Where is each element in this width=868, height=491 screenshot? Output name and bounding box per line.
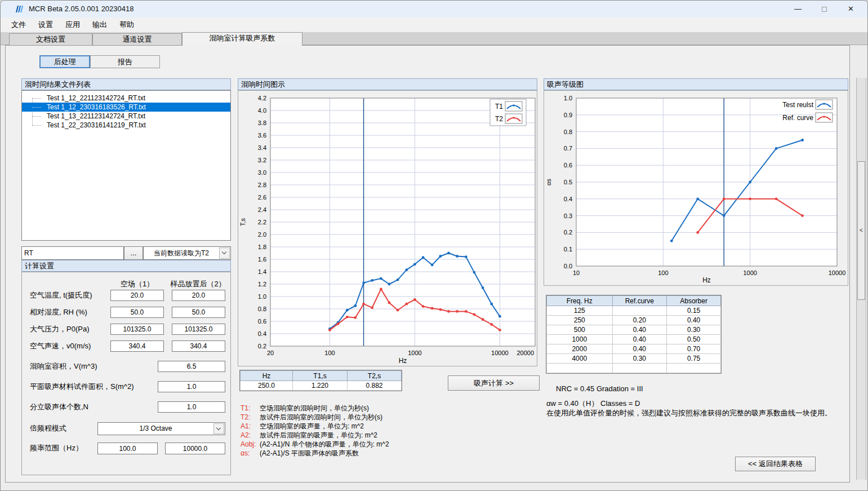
list-item-selected[interactable]: Test 1_12_230316183526_RT.txt xyxy=(22,103,230,112)
grade-table: Freq. Hz Ref.curve Absorber 1250.15 2500… xyxy=(546,295,722,374)
octave-mode-value: 1/3 Octave xyxy=(99,423,212,435)
maximize-icon[interactable] xyxy=(811,1,838,17)
air-temp-field-1[interactable] xyxy=(110,290,164,301)
humidity-label: 相对湿度, RH (%) xyxy=(30,307,87,318)
file-list: Test 1_12_221123142724_RT.txt Test 1_12_… xyxy=(21,90,231,241)
menu-settings[interactable]: 设置 xyxy=(32,17,59,32)
pressure-field-1[interactable] xyxy=(110,324,164,335)
svg-text:4.0: 4.0 xyxy=(258,107,266,114)
list-item[interactable]: Test 1_12_221123142724_RT.txt xyxy=(22,94,230,103)
menu-file[interactable]: 文件 xyxy=(5,17,32,32)
table-row xyxy=(547,364,721,373)
calc-settings-panel: 空场（1） 样品放置后（2） 空气温度, t(摄氏度) 相对湿度, RH (%)… xyxy=(21,272,231,475)
svg-text:0.8: 0.8 xyxy=(258,306,266,312)
column-header-with-sample: 样品放置后（2） xyxy=(168,279,228,289)
cell: 4000 xyxy=(547,354,613,364)
menu-apply[interactable]: 应用 xyxy=(59,17,86,32)
svg-text:αs: αs xyxy=(545,179,552,185)
back-to-results-button[interactable]: << 返回结果表格 xyxy=(735,457,816,471)
ann-text: 空场混响室的吸声量，单位为: m^2 xyxy=(260,422,364,430)
svg-text:Hz: Hz xyxy=(399,357,407,365)
chevron-left-icon: < xyxy=(860,227,863,233)
cell xyxy=(612,306,667,316)
freq-range-min-field[interactable] xyxy=(97,443,158,454)
window-title: MCR Beta 2.05.0.001 20230418 xyxy=(29,1,133,17)
ann-key: αs: xyxy=(241,449,260,458)
grade-chart-canvas[interactable]: 0.00.10.20.30.40.50.60.70.80.91.01010010… xyxy=(544,91,848,285)
rt-chart-panel: 0.20.40.60.81.01.21.41.61.82.02.22.42.62… xyxy=(238,90,537,366)
rt-chart-title: 混响时间图示 xyxy=(238,78,537,90)
list-item[interactable]: Test 1_22_230316141219_RT.txt xyxy=(22,121,230,130)
ann-text: 空场混响室的混响时间，单位为秒(s) xyxy=(260,404,369,412)
menu-output[interactable]: 输出 xyxy=(86,17,113,32)
table-row: 5000.400.30 xyxy=(547,325,721,335)
absorber-count-field[interactable] xyxy=(158,401,225,413)
browse-button[interactable]: ... xyxy=(124,246,143,260)
data-source-dropdown[interactable]: 当前数据读取为T2 xyxy=(143,246,231,260)
cell: 0.40 xyxy=(667,316,721,325)
file-list-title: 混时间结果文件列表 xyxy=(21,78,231,90)
list-item[interactable]: Test 1_13_221123142724_RT.txt xyxy=(22,112,230,121)
tab-reverb-absorption[interactable]: 混响室计算吸声系数 xyxy=(182,32,302,46)
app-icon xyxy=(15,5,24,14)
calc-settings-title: 计算设置 xyxy=(21,260,231,272)
cell: 0.50 xyxy=(667,335,721,344)
table-row: 40000.300.75 xyxy=(547,354,721,364)
cell: 250 xyxy=(547,316,613,325)
sound-speed-field-1[interactable] xyxy=(110,340,164,352)
svg-text:10: 10 xyxy=(573,269,580,276)
humidity-field-2[interactable] xyxy=(172,307,225,318)
air-temp-field-2[interactable] xyxy=(172,290,225,301)
sample-area-label: 平面吸声材料试件面积，S(m^2) xyxy=(30,381,134,392)
ann-text: 放试件后混响室的混响时间，单位为秒(s) xyxy=(260,413,382,421)
rt-result-table: Hz T1,s T2,s 250.0 1.220 0.882 xyxy=(239,370,402,391)
subtab-report[interactable]: 报告 xyxy=(90,55,160,68)
humidity-field-1[interactable] xyxy=(110,307,164,318)
svg-text:0.1: 0.1 xyxy=(564,246,572,253)
tab-document-settings[interactable]: 文档设置 xyxy=(9,33,92,45)
svg-text:10000: 10000 xyxy=(491,350,509,356)
title-bar: MCR Beta 2.05.0.001 20230418 — ✕ xyxy=(1,1,867,17)
collapse-handle[interactable]: < xyxy=(857,161,865,300)
svg-text:3.6: 3.6 xyxy=(258,132,266,139)
svg-text:T1: T1 xyxy=(495,103,503,110)
octave-mode-dropdown[interactable]: 1/3 Octave xyxy=(97,422,225,435)
minimize-icon[interactable]: — xyxy=(785,1,811,17)
col-header-freq: Freq. Hz xyxy=(547,296,613,306)
sample-area-field[interactable] xyxy=(158,381,225,392)
svg-text:1.0: 1.0 xyxy=(564,95,572,101)
cell-t2: 0.882 xyxy=(348,381,402,391)
absorption-calc-button[interactable]: 吸声计算 >> xyxy=(448,375,540,391)
sound-speed-field-2[interactable] xyxy=(172,340,225,352)
nrc-summary: NRC = 0.45 Gradation = III xyxy=(556,384,643,393)
cell: 0.40 xyxy=(612,325,667,335)
cell xyxy=(612,364,667,373)
ann-key: A2: xyxy=(241,431,260,440)
svg-text:100: 100 xyxy=(658,269,668,276)
cell: 0.15 xyxy=(667,306,721,316)
ann-key: T2: xyxy=(241,413,260,422)
grade-chart-panel: 0.00.10.20.30.40.50.60.70.80.91.01010010… xyxy=(544,90,848,286)
pressure-field-2[interactable] xyxy=(172,324,225,335)
cell-freq: 250.0 xyxy=(241,381,293,391)
subtab-postprocess[interactable]: 后处理 xyxy=(39,55,90,68)
rt-chart-canvas[interactable]: 0.20.40.60.81.01.21.41.61.82.02.22.42.62… xyxy=(238,91,537,366)
menu-help[interactable]: 帮助 xyxy=(113,17,140,32)
chevron-down-icon xyxy=(219,247,230,259)
cell xyxy=(547,364,613,373)
tab-channel-settings[interactable]: 通道设置 xyxy=(92,33,182,45)
col-header-t2: T2,s xyxy=(348,371,402,381)
room-volume-field[interactable] xyxy=(158,361,225,372)
rt-name-input[interactable] xyxy=(21,246,124,260)
close-icon[interactable]: ✕ xyxy=(838,1,864,17)
freq-range-max-field[interactable] xyxy=(165,443,225,454)
table-row: 10000.400.50 xyxy=(547,335,721,344)
cell: 0.40 xyxy=(612,344,667,354)
svg-text:Hz: Hz xyxy=(702,276,711,284)
svg-text:1.6: 1.6 xyxy=(258,256,266,263)
svg-text:4.2: 4.2 xyxy=(258,95,266,101)
sound-speed-label: 空气声速，v0(m/s) xyxy=(30,340,91,352)
svg-text:1.4: 1.4 xyxy=(258,268,266,275)
cell: 0.30 xyxy=(612,354,667,364)
room-volume-label: 混响室容积，V(m^3) xyxy=(30,361,97,372)
